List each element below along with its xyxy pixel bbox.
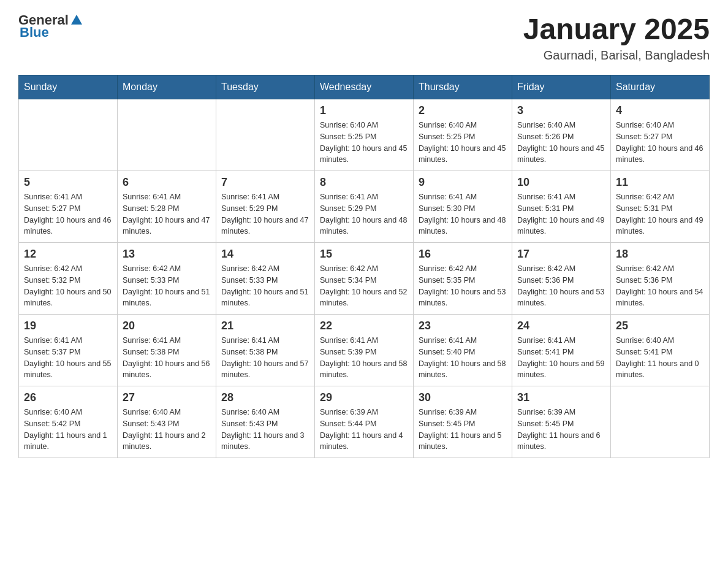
svg-marker-0 — [71, 15, 82, 25]
day-number: 19 — [24, 320, 112, 332]
location: Gaurnadi, Barisal, Bangladesh — [523, 48, 710, 63]
day-info: Sunrise: 6:40 AMSunset: 5:41 PMDaylight:… — [616, 335, 704, 381]
calendar-week-5: 26Sunrise: 6:40 AMSunset: 5:42 PMDayligh… — [19, 386, 710, 458]
day-number: 4 — [616, 104, 704, 117]
day-number: 13 — [123, 248, 211, 261]
day-info: Sunrise: 6:41 AMSunset: 5:38 PMDaylight:… — [123, 335, 211, 381]
day-number: 12 — [24, 248, 112, 261]
day-number: 24 — [517, 320, 605, 332]
calendar-cell: 20Sunrise: 6:41 AMSunset: 5:38 PMDayligh… — [118, 315, 216, 386]
day-info: Sunrise: 6:42 AMSunset: 5:31 PMDaylight:… — [616, 191, 704, 237]
day-header-friday: Friday — [512, 75, 611, 99]
day-number: 26 — [24, 391, 112, 404]
calendar-cell: 17Sunrise: 6:42 AMSunset: 5:36 PMDayligh… — [512, 243, 611, 315]
calendar-cell: 8Sunrise: 6:41 AMSunset: 5:29 PMDaylight… — [315, 171, 414, 243]
calendar-cell: 18Sunrise: 6:42 AMSunset: 5:36 PMDayligh… — [611, 243, 710, 315]
day-info: Sunrise: 6:42 AMSunset: 5:33 PMDaylight:… — [221, 263, 309, 309]
day-header-wednesday: Wednesday — [315, 75, 414, 99]
day-number: 20 — [123, 320, 211, 332]
day-number: 29 — [320, 391, 408, 404]
day-number: 8 — [320, 176, 408, 189]
day-info: Sunrise: 6:42 AMSunset: 5:33 PMDaylight:… — [123, 263, 211, 309]
calendar-cell: 31Sunrise: 6:39 AMSunset: 5:45 PMDayligh… — [512, 386, 611, 458]
calendar-cell: 29Sunrise: 6:39 AMSunset: 5:44 PMDayligh… — [315, 386, 414, 458]
day-number: 1 — [320, 104, 408, 117]
calendar-week-3: 12Sunrise: 6:42 AMSunset: 5:32 PMDayligh… — [19, 243, 710, 315]
day-info: Sunrise: 6:40 AMSunset: 5:43 PMDaylight:… — [123, 407, 211, 453]
day-number: 9 — [419, 176, 507, 189]
day-info: Sunrise: 6:41 AMSunset: 5:27 PMDaylight:… — [24, 191, 112, 237]
calendar-cell — [216, 99, 315, 171]
day-info: Sunrise: 6:41 AMSunset: 5:38 PMDaylight:… — [221, 335, 309, 381]
title-block: January 2025 Gaurnadi, Barisal, Banglade… — [523, 12, 710, 63]
day-info: Sunrise: 6:41 AMSunset: 5:29 PMDaylight:… — [221, 191, 309, 237]
calendar-cell: 27Sunrise: 6:40 AMSunset: 5:43 PMDayligh… — [118, 386, 216, 458]
day-number: 21 — [221, 320, 309, 332]
calendar-cell: 21Sunrise: 6:41 AMSunset: 5:38 PMDayligh… — [216, 315, 315, 386]
calendar-week-1: 1Sunrise: 6:40 AMSunset: 5:25 PMDaylight… — [19, 99, 710, 171]
calendar-week-2: 5Sunrise: 6:41 AMSunset: 5:27 PMDaylight… — [19, 171, 710, 243]
day-header-sunday: Sunday — [19, 75, 118, 99]
day-info: Sunrise: 6:40 AMSunset: 5:42 PMDaylight:… — [24, 407, 112, 453]
day-info: Sunrise: 6:39 AMSunset: 5:44 PMDaylight:… — [320, 407, 408, 453]
day-info: Sunrise: 6:42 AMSunset: 5:36 PMDaylight:… — [616, 263, 704, 309]
calendar-cell: 12Sunrise: 6:42 AMSunset: 5:32 PMDayligh… — [19, 243, 118, 315]
day-info: Sunrise: 6:40 AMSunset: 5:43 PMDaylight:… — [221, 407, 309, 453]
calendar-cell: 26Sunrise: 6:40 AMSunset: 5:42 PMDayligh… — [19, 386, 118, 458]
day-number: 16 — [419, 248, 507, 261]
calendar-cell: 23Sunrise: 6:41 AMSunset: 5:40 PMDayligh… — [414, 315, 512, 386]
calendar-cell: 22Sunrise: 6:41 AMSunset: 5:39 PMDayligh… — [315, 315, 414, 386]
calendar-cell: 24Sunrise: 6:41 AMSunset: 5:41 PMDayligh… — [512, 315, 611, 386]
day-number: 15 — [320, 248, 408, 261]
calendar-cell: 28Sunrise: 6:40 AMSunset: 5:43 PMDayligh… — [216, 386, 315, 458]
day-header-tuesday: Tuesday — [216, 75, 315, 99]
day-info: Sunrise: 6:41 AMSunset: 5:41 PMDaylight:… — [517, 335, 605, 381]
logo: General Blue — [18, 12, 83, 40]
calendar-week-4: 19Sunrise: 6:41 AMSunset: 5:37 PMDayligh… — [19, 315, 710, 386]
day-info: Sunrise: 6:42 AMSunset: 5:32 PMDaylight:… — [24, 263, 112, 309]
calendar-cell: 14Sunrise: 6:42 AMSunset: 5:33 PMDayligh… — [216, 243, 315, 315]
logo-blue: Blue — [20, 25, 49, 40]
day-header-monday: Monday — [118, 75, 216, 99]
day-info: Sunrise: 6:42 AMSunset: 5:34 PMDaylight:… — [320, 263, 408, 309]
calendar-cell: 19Sunrise: 6:41 AMSunset: 5:37 PMDayligh… — [19, 315, 118, 386]
day-info: Sunrise: 6:41 AMSunset: 5:28 PMDaylight:… — [123, 191, 211, 237]
day-info: Sunrise: 6:42 AMSunset: 5:35 PMDaylight:… — [419, 263, 507, 309]
day-number: 14 — [221, 248, 309, 261]
calendar-header-row: SundayMondayTuesdayWednesdayThursdayFrid… — [19, 75, 710, 99]
day-number: 30 — [419, 391, 507, 404]
day-info: Sunrise: 6:40 AMSunset: 5:27 PMDaylight:… — [616, 120, 704, 166]
calendar-cell: 4Sunrise: 6:40 AMSunset: 5:27 PMDaylight… — [611, 99, 710, 171]
calendar-cell: 1Sunrise: 6:40 AMSunset: 5:25 PMDaylight… — [315, 99, 414, 171]
day-number: 3 — [517, 104, 605, 117]
day-number: 31 — [517, 391, 605, 404]
day-number: 17 — [517, 248, 605, 261]
calendar-cell: 16Sunrise: 6:42 AMSunset: 5:35 PMDayligh… — [414, 243, 512, 315]
day-number: 11 — [616, 176, 704, 189]
day-info: Sunrise: 6:41 AMSunset: 5:30 PMDaylight:… — [419, 191, 507, 237]
day-info: Sunrise: 6:41 AMSunset: 5:39 PMDaylight:… — [320, 335, 408, 381]
page-header: General Blue January 2025 Gaurnadi, Bari… — [18, 12, 710, 63]
day-number: 6 — [123, 176, 211, 189]
day-number: 22 — [320, 320, 408, 332]
day-info: Sunrise: 6:39 AMSunset: 5:45 PMDaylight:… — [419, 407, 507, 453]
day-number: 23 — [419, 320, 507, 332]
calendar-cell: 30Sunrise: 6:39 AMSunset: 5:45 PMDayligh… — [414, 386, 512, 458]
calendar-cell: 9Sunrise: 6:41 AMSunset: 5:30 PMDaylight… — [414, 171, 512, 243]
calendar-table: SundayMondayTuesdayWednesdayThursdayFrid… — [18, 75, 710, 458]
day-number: 25 — [616, 320, 704, 332]
day-number: 2 — [419, 104, 507, 117]
logo-triangle-icon — [70, 13, 83, 26]
day-info: Sunrise: 6:41 AMSunset: 5:31 PMDaylight:… — [517, 191, 605, 237]
day-number: 5 — [24, 176, 112, 189]
day-number: 28 — [221, 391, 309, 404]
day-info: Sunrise: 6:40 AMSunset: 5:25 PMDaylight:… — [419, 120, 507, 166]
day-header-saturday: Saturday — [611, 75, 710, 99]
calendar-cell: 2Sunrise: 6:40 AMSunset: 5:25 PMDaylight… — [414, 99, 512, 171]
day-info: Sunrise: 6:40 AMSunset: 5:26 PMDaylight:… — [517, 120, 605, 166]
calendar-cell: 13Sunrise: 6:42 AMSunset: 5:33 PMDayligh… — [118, 243, 216, 315]
day-info: Sunrise: 6:40 AMSunset: 5:25 PMDaylight:… — [320, 120, 408, 166]
day-info: Sunrise: 6:39 AMSunset: 5:45 PMDaylight:… — [517, 407, 605, 453]
day-header-thursday: Thursday — [414, 75, 512, 99]
calendar-cell: 5Sunrise: 6:41 AMSunset: 5:27 PMDaylight… — [19, 171, 118, 243]
